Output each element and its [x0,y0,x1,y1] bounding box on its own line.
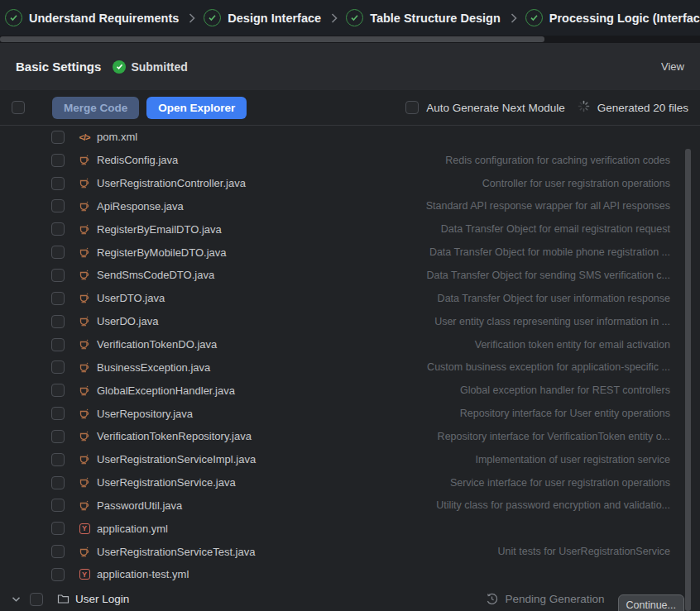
continue-button[interactable]: Continue... [618,594,684,611]
file-checkbox[interactable] [51,453,65,466]
breadcrumb-step[interactable]: Understand Requirements [5,9,179,26]
chevron-down-icon[interactable] [12,596,21,603]
file-name: UserRegistrationController.java [97,177,246,189]
java-file-icon [78,384,91,397]
file-row[interactable]: PasswordUtil.java Utility class for pass… [0,494,700,518]
file-description: Data Transfer Object for sending SMS ver… [426,270,670,281]
breadcrumb-step[interactable]: Table Structure Design [346,9,501,26]
breadcrumb-step-label: Table Structure Design [370,12,501,25]
check-circle-icon [204,9,221,26]
file-row[interactable]: VerificationTokenDO.java Verification to… [0,333,700,356]
file-description: Redis configuration for caching verifica… [445,155,670,166]
breadcrumb-step[interactable]: Design Interface [204,9,321,26]
file-row[interactable]: ApiResponse.java Standard API response w… [0,195,700,218]
spinner-icon [578,100,590,116]
merge-code-button[interactable]: Merge Code [52,97,139,119]
file-checkbox[interactable] [51,360,65,374]
file-name: RegisterByMobileDTO.java [97,246,227,259]
file-checkbox[interactable] [51,292,65,305]
file-row[interactable]: UserRepository.java Repository interface… [0,402,700,425]
file-description: Repository interface for VerificationTok… [438,431,670,442]
file-row[interactable]: </> pom.xml [0,126,700,149]
submitted-check-icon [113,60,126,74]
file-checkbox[interactable] [51,476,65,489]
file-description: Controller for user registration operati… [482,178,670,189]
file-checkbox[interactable] [51,407,65,420]
status-text: Submitted [131,60,187,74]
file-checkbox[interactable] [51,131,65,144]
java-file-icon [78,476,91,489]
java-file-icon [78,408,91,420]
horizontal-scrollbar-thumb[interactable] [0,36,544,42]
java-file-icon [78,499,91,512]
check-circle-icon [346,9,363,26]
file-row[interactable]: UserRegistrationServiceImpl.java Impleme… [0,448,700,471]
file-name: UserRegistrationService.java [97,476,236,489]
file-name: BusinessException.java [97,361,210,374]
file-checkbox[interactable] [51,269,65,282]
module-row-user-login[interactable]: User Login Pending Generation Continue..… [0,587,700,611]
horizontal-scrollbar[interactable] [0,36,700,43]
file-checkbox[interactable] [51,177,65,190]
file-row[interactable]: UserDO.java User entity class representi… [0,310,700,333]
module-checkbox[interactable] [30,593,43,606]
file-checkbox[interactable] [51,246,65,259]
java-file-icon [78,246,91,259]
file-name: application-test.yml [97,568,189,580]
breadcrumb-step[interactable]: Processing Logic (Interface [525,9,700,26]
file-description: Global exception handler for REST contro… [460,384,670,396]
breadcrumb-step-label: Processing Logic (Interface [549,12,700,25]
file-row[interactable]: UserRegistrationService.java Service int… [0,471,700,494]
java-file-icon [78,546,91,558]
file-name: UserRegistrationServiceTest.java [97,546,255,558]
file-name: UserRegistrationServiceImpl.java [97,453,256,465]
file-row[interactable]: UserRegistrationController.java Controll… [0,172,700,195]
file-checkbox[interactable] [51,522,65,535]
file-name: RedisConfig.java [97,154,178,166]
file-description: Data Transfer Object for user informatio… [438,293,670,304]
file-checkbox[interactable] [51,315,65,328]
file-checkbox[interactable] [51,338,65,351]
file-row[interactable]: RegisterByEmailDTO.java Data Transfer Ob… [0,217,700,241]
status-badge: Submitted [113,60,187,74]
select-all-checkbox[interactable] [12,101,25,114]
chevron-right-icon [331,12,338,24]
file-row[interactable]: GlobalExceptionHandler.java Global excep… [0,379,700,402]
file-row[interactable]: SendSmsCodeDTO.java Data Transfer Object… [0,264,700,287]
file-row[interactable]: RegisterByMobileDTO.java Data Transfer O… [0,241,700,264]
file-checkbox[interactable] [51,384,65,397]
file-row[interactable]: BusinessException.java Custom business e… [0,356,700,379]
pending-status-label: Pending Generation [505,593,604,605]
page-title: Basic Settings [16,60,101,74]
file-description: Data Transfer Object for email registrat… [441,223,670,235]
auto-generate-checkbox[interactable] [405,101,419,114]
chevron-right-icon [511,12,517,24]
yml-file-icon: Y [78,523,91,534]
file-checkbox[interactable] [51,430,65,443]
view-link[interactable]: View [661,60,684,73]
file-checkbox[interactable] [51,199,65,212]
open-explorer-button[interactable]: Open Explorer [146,97,247,119]
java-file-icon [78,177,91,189]
toolbar: Merge Code Open Explorer Auto Generate N… [0,90,700,126]
chevron-right-icon [189,12,195,24]
yml-file-icon: Y [78,569,91,580]
file-row[interactable]: Y application.yml [0,517,700,540]
history-clock-icon [486,593,498,605]
file-checkbox[interactable] [51,154,65,167]
java-file-icon [78,453,91,465]
file-checkbox[interactable] [51,222,65,236]
file-checkbox[interactable] [51,545,65,558]
vertical-scrollbar-thumb[interactable] [685,149,691,611]
file-row[interactable]: UserRegistrationServiceTest.java Unit te… [0,540,700,563]
file-checkbox[interactable] [51,568,65,581]
file-row[interactable]: VerificationTokenRepository.java Reposit… [0,425,700,448]
file-name: ApiResponse.java [97,200,184,212]
file-checkbox[interactable] [51,499,65,512]
file-name: RegisterByEmailDTO.java [97,223,222,236]
java-file-icon [78,223,91,236]
file-name: GlobalExceptionHandler.java [97,384,235,397]
java-file-icon [78,430,91,442]
file-row[interactable]: UserDTO.java Data Transfer Object for us… [0,287,700,310]
file-row[interactable]: RedisConfig.java Redis configuration for… [0,149,700,172]
